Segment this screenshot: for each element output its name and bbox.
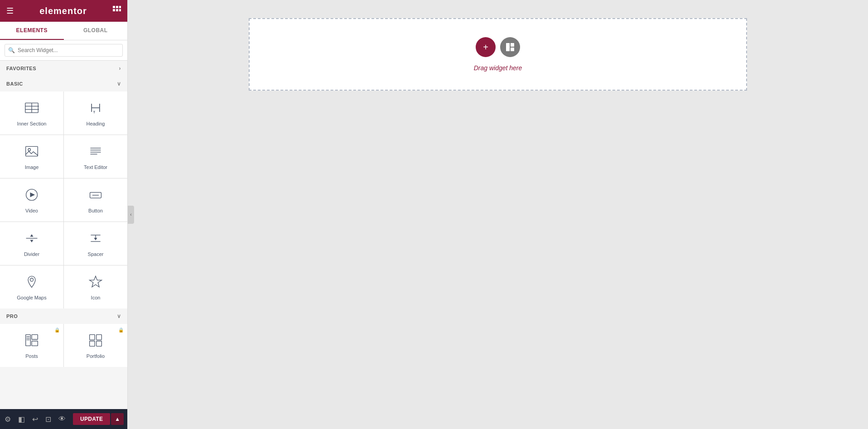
posts-icon <box>24 333 39 350</box>
section-basic[interactable]: BASIC ∨ <box>0 76 127 92</box>
heading-icon: T <box>88 101 103 117</box>
sidebar: ☰ elementor ELEMENTS GLOBAL 🔍 FAVORITES … <box>0 0 128 429</box>
svg-rect-41 <box>90 341 95 347</box>
favorites-label: FAVORITES <box>6 66 36 71</box>
svg-rect-14 <box>26 147 38 156</box>
drop-zone-actions: + <box>476 37 520 57</box>
svg-rect-39 <box>90 335 95 340</box>
svg-marker-25 <box>30 235 33 237</box>
text-editor-icon <box>88 144 103 161</box>
posts-label: Posts <box>25 353 38 359</box>
search-bar: 🔍 <box>0 40 127 61</box>
widget-text-editor[interactable]: Text Editor <box>64 135 127 178</box>
settings-icon[interactable]: ⚙ <box>5 415 11 424</box>
image-icon <box>24 144 39 161</box>
divider-icon <box>24 231 39 248</box>
svg-rect-45 <box>511 48 514 51</box>
widget-heading[interactable]: T Heading <box>64 92 127 135</box>
svg-rect-40 <box>96 335 102 340</box>
collapse-sidebar-button[interactable]: ‹ <box>128 206 134 224</box>
svg-rect-4 <box>116 9 118 11</box>
icon-widget-icon <box>88 275 103 291</box>
section-pro[interactable]: PRO ∨ <box>0 308 127 324</box>
video-icon <box>24 188 39 204</box>
widget-icon[interactable]: Icon <box>64 265 127 308</box>
svg-rect-44 <box>511 43 514 47</box>
widget-divider[interactable]: Divider <box>0 222 63 265</box>
grid-icon[interactable] <box>113 6 121 16</box>
basic-arrow: ∨ <box>117 81 121 87</box>
sidebar-header: ☰ elementor <box>0 0 127 22</box>
favorites-arrow: › <box>119 65 121 72</box>
widget-portfolio[interactable]: 🔒 Portfolio <box>64 324 127 367</box>
canvas: + Drag widget here <box>249 18 747 91</box>
update-group: UPDATE ▲ <box>73 413 124 425</box>
svg-marker-30 <box>94 238 97 241</box>
pro-arrow: ∨ <box>117 313 121 319</box>
add-template-button[interactable] <box>500 37 520 57</box>
svg-rect-38 <box>32 341 38 346</box>
tab-bar: ELEMENTS GLOBAL <box>0 22 127 40</box>
history-icon[interactable]: ↩ <box>32 415 38 424</box>
widget-inner-section[interactable]: Inner Section <box>0 92 63 135</box>
google-maps-icon <box>24 275 39 291</box>
svg-rect-37 <box>32 335 38 340</box>
search-input[interactable] <box>5 44 123 57</box>
tab-global[interactable]: GLOBAL <box>64 22 128 40</box>
video-label: Video <box>25 208 38 214</box>
spacer-label: Spacer <box>88 251 104 257</box>
svg-marker-21 <box>30 193 35 198</box>
main-canvas-area: + Drag widget here <box>128 0 868 429</box>
spacer-icon <box>88 231 103 248</box>
portfolio-label: Portfolio <box>87 353 105 359</box>
sidebar-scroll: FAVORITES › BASIC ∨ <box>0 61 127 409</box>
responsive-icon[interactable]: ⊡ <box>45 415 51 424</box>
svg-rect-42 <box>96 341 102 347</box>
search-icon: 🔍 <box>8 47 15 53</box>
icon-label: Icon <box>91 295 101 301</box>
divider-label: Divider <box>24 251 39 257</box>
svg-point-15 <box>28 149 30 151</box>
widget-google-maps[interactable]: Google Maps <box>0 265 63 308</box>
svg-text:T: T <box>93 111 96 115</box>
basic-label: BASIC <box>6 81 23 87</box>
pro-widgets-grid: 🔒 Posts 🔒 <box>0 324 127 367</box>
svg-rect-33 <box>26 335 31 346</box>
widget-posts[interactable]: 🔒 Posts <box>0 324 63 367</box>
basic-widgets-grid: Inner Section T Heading <box>0 92 127 308</box>
heading-label: Heading <box>87 121 105 127</box>
bottom-toolbar: ⚙ ◧ ↩ ⊡ 👁 UPDATE ▲ <box>0 409 127 429</box>
image-label: Image <box>25 164 39 170</box>
svg-rect-3 <box>113 9 115 11</box>
svg-point-31 <box>30 278 33 281</box>
google-maps-label: Google Maps <box>17 295 46 301</box>
hamburger-icon[interactable]: ☰ <box>6 6 14 16</box>
button-label: Button <box>88 208 103 214</box>
button-icon <box>88 188 103 204</box>
widget-video[interactable]: Video <box>0 178 63 222</box>
portfolio-icon <box>88 333 103 350</box>
portfolio-lock-icon: 🔒 <box>118 328 124 333</box>
drag-widget-text: Drag widget here <box>474 64 522 72</box>
elementor-logo: elementor <box>39 6 87 16</box>
elements-icon[interactable]: ◧ <box>18 415 25 424</box>
text-editor-label: Text Editor <box>84 164 107 170</box>
inner-section-icon <box>24 101 39 117</box>
svg-rect-43 <box>506 43 510 51</box>
section-favorites[interactable]: FAVORITES › <box>0 61 127 76</box>
update-dropdown-button[interactable]: ▲ <box>111 413 124 425</box>
widget-spacer[interactable]: Spacer <box>64 222 127 265</box>
svg-rect-5 <box>119 9 121 11</box>
eye-icon[interactable]: 👁 <box>58 415 66 423</box>
drop-zone[interactable]: + Drag widget here <box>249 18 747 91</box>
posts-lock-icon: 🔒 <box>54 328 60 333</box>
widget-button[interactable]: Button <box>64 178 127 222</box>
add-section-button[interactable]: + <box>476 37 496 57</box>
tab-elements[interactable]: ELEMENTS <box>0 22 64 40</box>
svg-marker-26 <box>30 240 33 242</box>
svg-rect-0 <box>113 6 115 8</box>
svg-rect-2 <box>119 6 121 8</box>
widget-image[interactable]: Image <box>0 135 63 178</box>
pro-label: PRO <box>6 313 18 319</box>
update-button[interactable]: UPDATE <box>73 413 110 425</box>
